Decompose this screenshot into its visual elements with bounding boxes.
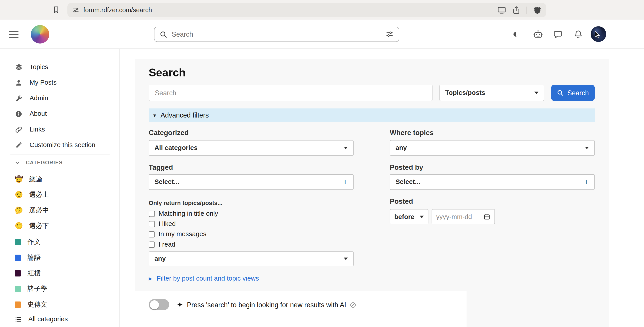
tagged-label: Tagged bbox=[149, 164, 173, 172]
search-button[interactable]: Search bbox=[551, 85, 595, 101]
header-search-box[interactable] bbox=[154, 27, 399, 42]
sidebar-item-topics[interactable]: Topics bbox=[0, 59, 119, 75]
section-header-label: Categories bbox=[26, 160, 63, 166]
advanced-filters-label: Advanced filters bbox=[160, 111, 209, 119]
thinking-emoji-icon: 🤔 bbox=[15, 207, 23, 214]
all-categories-label: All categories bbox=[28, 316, 68, 323]
pencil-icon bbox=[15, 142, 23, 148]
search-button-label: Search bbox=[567, 89, 589, 97]
checkbox-icon[interactable] bbox=[149, 210, 155, 217]
screen: forum.rdfzer.com/search ◐ bbox=[0, 0, 644, 327]
category-item[interactable]: 紅樓 bbox=[0, 266, 119, 281]
where-topics-select[interactable]: any bbox=[390, 140, 595, 156]
category-color-swatch bbox=[15, 270, 21, 276]
category-item[interactable]: 史傳文 bbox=[0, 296, 119, 312]
send-to-device-icon[interactable] bbox=[497, 6, 506, 14]
help-circle-icon[interactable] bbox=[350, 302, 356, 308]
brave-shield-icon[interactable] bbox=[534, 6, 541, 14]
address-bar[interactable]: forum.rdfzer.com/search bbox=[67, 3, 546, 17]
filter-by-post-count-link[interactable]: ▶ Filter by post count and topic views bbox=[149, 275, 259, 282]
posted-when-value: before bbox=[394, 213, 414, 220]
toolbar-divider bbox=[526, 6, 527, 14]
checkbox-icon[interactable] bbox=[149, 231, 155, 237]
site-settings-icon[interactable] bbox=[72, 7, 79, 14]
category-color-swatch bbox=[15, 254, 21, 261]
hamburger-menu-icon[interactable] bbox=[9, 31, 19, 38]
ai-bot-icon[interactable] bbox=[533, 30, 543, 39]
checkbox-i-read[interactable]: I read bbox=[149, 240, 175, 249]
category-color-swatch bbox=[15, 286, 21, 292]
caret-down-icon bbox=[344, 146, 348, 149]
sidebar-item-about[interactable]: About bbox=[0, 106, 119, 122]
category-item[interactable]: 🙂 選必下 bbox=[0, 218, 119, 234]
sidebar-section-categories[interactable]: Categories bbox=[15, 160, 63, 166]
filter-link-label: Filter by post count and topic views bbox=[157, 275, 259, 282]
category-item[interactable]: 作文 bbox=[0, 234, 119, 250]
category-label: 史傳文 bbox=[28, 300, 47, 309]
category-color-swatch bbox=[15, 301, 21, 308]
category-item[interactable]: 論語 bbox=[0, 250, 119, 265]
checkbox-label: In my messages bbox=[158, 230, 206, 238]
posted-date-field[interactable] bbox=[432, 209, 495, 224]
chat-icon[interactable] bbox=[553, 30, 563, 39]
checkbox-icon[interactable] bbox=[149, 241, 155, 248]
plus-icon: + bbox=[342, 177, 348, 187]
search-type-select[interactable]: Topics/posts bbox=[440, 85, 544, 101]
posted-by-value: Select... bbox=[396, 178, 420, 186]
sidebar-item-all-categories[interactable]: All categories bbox=[0, 312, 119, 327]
search-filter-icon[interactable] bbox=[386, 30, 393, 38]
posted-by-select[interactable]: Select... + bbox=[390, 174, 595, 190]
chevron-down-icon bbox=[15, 160, 20, 165]
caret-down-icon bbox=[534, 92, 538, 94]
categorized-select[interactable]: All categories bbox=[149, 140, 354, 156]
toggle-knob bbox=[150, 300, 159, 309]
where-topics-value: any bbox=[396, 144, 407, 152]
site-logo[interactable] bbox=[31, 25, 49, 44]
sidebar-item-admin[interactable]: Admin bbox=[0, 90, 119, 106]
checkbox-in-my-messages[interactable]: In my messages bbox=[149, 229, 206, 239]
category-item[interactable]: 🤨 選必上 bbox=[0, 187, 119, 202]
where-topics-label: Where topics bbox=[390, 129, 434, 137]
checkbox-matching-in-title-only[interactable]: Matching in title only bbox=[149, 208, 218, 218]
search-query-input[interactable] bbox=[149, 85, 432, 101]
calendar-icon[interactable] bbox=[483, 213, 490, 220]
sidebar-item-my-posts[interactable]: My Posts bbox=[0, 75, 119, 90]
checkbox-label: Matching in title only bbox=[158, 210, 218, 217]
category-label: 諸子學 bbox=[28, 284, 47, 293]
caret-down-icon bbox=[420, 216, 424, 218]
triangle-down-icon: ▼ bbox=[152, 113, 157, 118]
notification-bell-icon[interactable] bbox=[574, 30, 583, 39]
category-label: 選必上 bbox=[29, 190, 49, 199]
ai-search-text: Press 'search' to begin looking for new … bbox=[187, 301, 346, 309]
sidebar: Topics My Posts Admin About Links Custom… bbox=[0, 49, 120, 327]
checkbox-i-liked[interactable]: I liked bbox=[149, 219, 176, 229]
header-search-input[interactable] bbox=[172, 30, 381, 38]
category-label: 論語 bbox=[28, 253, 41, 262]
ai-search-toggle[interactable] bbox=[149, 299, 169, 310]
theme-toggle-icon[interactable]: ◐ bbox=[513, 28, 519, 39]
categorized-label: Categorized bbox=[149, 129, 189, 137]
smile-emoji-icon: 🙂 bbox=[15, 222, 23, 229]
category-item[interactable]: 諸子學 bbox=[0, 281, 119, 296]
link-icon bbox=[15, 126, 23, 133]
posted-when-select[interactable]: before bbox=[390, 209, 428, 224]
advanced-filters-toggle[interactable]: ▼ Advanced filters bbox=[149, 108, 595, 122]
tagged-select[interactable]: Select... + bbox=[149, 174, 354, 190]
posted-by-label: Posted by bbox=[390, 164, 423, 172]
sidebar-item-customize[interactable]: Customize this section bbox=[0, 137, 119, 153]
category-item[interactable]: 🤠 總論 bbox=[0, 171, 119, 187]
raised-eyebrow-emoji-icon: 🤨 bbox=[15, 192, 23, 198]
status-select[interactable]: any bbox=[149, 252, 354, 266]
posted-date-input[interactable] bbox=[436, 213, 480, 220]
category-item[interactable]: 🤔 選必中 bbox=[0, 202, 119, 218]
bookmark-icon[interactable] bbox=[53, 6, 60, 14]
sidebar-item-label: Topics bbox=[30, 63, 48, 71]
cowboy-emoji-icon: 🤠 bbox=[15, 176, 23, 182]
checkbox-label: I liked bbox=[158, 220, 176, 228]
share-icon[interactable] bbox=[513, 6, 520, 14]
user-icon bbox=[15, 79, 23, 86]
checkbox-icon[interactable] bbox=[149, 221, 155, 227]
sidebar-item-links[interactable]: Links bbox=[0, 122, 119, 137]
mouse-cursor bbox=[594, 31, 600, 39]
tagged-value: Select... bbox=[154, 178, 179, 186]
